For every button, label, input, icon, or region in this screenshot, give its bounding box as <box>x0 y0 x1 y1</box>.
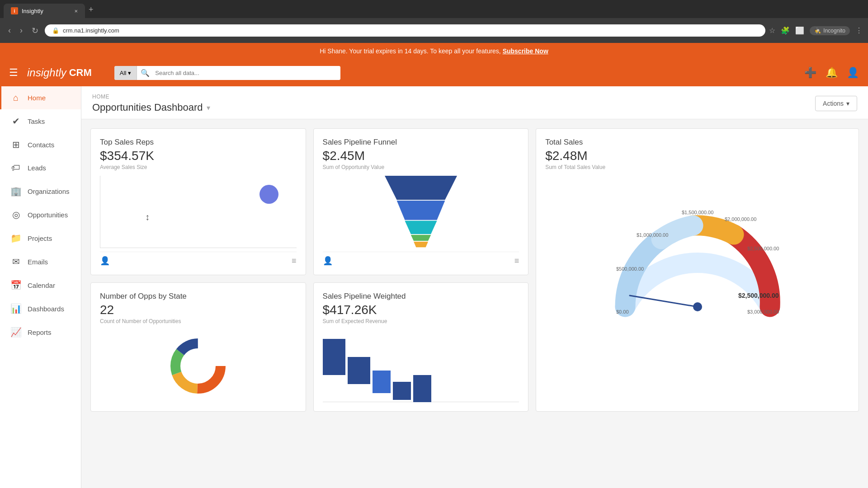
sidebar-item-organizations[interactable]: 🏢 Organizations <box>0 179 81 203</box>
funnel-list-icon[interactable]: ≡ <box>514 256 519 266</box>
gauge-svg: $0.00 $500,000.00 $1,000,000.00 $1,500,0… <box>603 176 793 329</box>
hamburger-button[interactable]: ☰ <box>9 67 18 79</box>
sidebar-item-emails[interactable]: ✉ Emails <box>0 250 81 273</box>
sidebar: ⌂ Home ✔ Tasks ⊞ Contacts 🏷 Leads 🏢 Orga… <box>0 86 81 488</box>
subscribe-link[interactable]: Subscribe Now <box>503 47 548 55</box>
tab-close-button[interactable]: × <box>74 8 78 14</box>
search-all-button[interactable]: All ▾ <box>114 66 137 80</box>
page-title-dropdown[interactable]: ▾ <box>207 103 210 112</box>
svg-text:$3,000,000.00: $3,000,000.00 <box>747 309 779 314</box>
opps-by-state-card: Number of Opps by State 22 Count of Numb… <box>90 282 306 412</box>
organizations-icon: 🏢 <box>10 186 21 197</box>
sidebar-item-projects[interactable]: 📁 Projects <box>0 226 81 250</box>
opps-subtitle: Count of Number of Opportunities <box>100 318 297 324</box>
person-icon[interactable]: 👤 <box>100 256 110 266</box>
browser-tabs: i Insightly × + <box>0 0 868 18</box>
sidebar-item-leads[interactable]: 🏷 Leads <box>0 156 81 179</box>
page-title: Opportunities Dashboard <box>92 102 203 113</box>
data-bubble <box>259 185 278 204</box>
top-sales-reps-value: $354.57K <box>100 149 297 163</box>
sidebar-label-opportunities: Opportunities <box>28 211 68 219</box>
sidebar-item-opportunities[interactable]: ◎ Opportunities <box>0 203 81 226</box>
top-sales-reps-chart: ↕ <box>100 176 297 248</box>
projects-icon: 📁 <box>10 233 21 244</box>
profile-icon[interactable]: ⬜ <box>795 26 804 35</box>
active-tab[interactable]: i Insightly × <box>4 4 85 18</box>
sidebar-label-leads: Leads <box>28 164 46 172</box>
actions-button[interactable]: Actions ▾ <box>815 96 857 111</box>
logo-crm: CRM <box>69 67 92 79</box>
funnel-value: $2.45M <box>323 149 519 163</box>
wf-bar-2 <box>348 357 370 384</box>
bookmark-icon[interactable]: ☆ <box>769 26 775 35</box>
new-tab-button[interactable]: + <box>85 1 97 18</box>
main-content: HOME Opportunities Dashboard ▾ Actions ▾… <box>81 86 868 488</box>
search-bar[interactable]: All ▾ 🔍 <box>114 66 340 80</box>
search-icon: 🔍 <box>137 69 150 77</box>
dashboards-icon: 📊 <box>10 303 21 314</box>
emails-icon: ✉ <box>10 256 21 267</box>
funnel-svg <box>380 176 462 248</box>
trial-banner: Hi Shane. Your trial expires in 14 days.… <box>0 43 868 59</box>
svg-marker-4 <box>414 242 428 247</box>
tab-title: Insightly <box>22 8 43 14</box>
wf-bar-4 <box>393 382 411 400</box>
sidebar-item-contacts[interactable]: ⊞ Contacts <box>0 133 81 156</box>
weighted-subtitle: Sum of Expected Revenue <box>323 318 519 324</box>
total-sales-subtitle: Sum of Total Sales Value <box>545 164 849 170</box>
address-bar[interactable]: 🔒 crm.na1.insightly.com <box>45 24 765 37</box>
funnel-footer: 👤 ≡ <box>323 252 519 266</box>
search-all-label: All <box>120 70 126 76</box>
top-sales-reps-subtitle: Average Sales Size <box>100 164 297 170</box>
sidebar-item-calendar[interactable]: 📅 Calendar <box>0 273 81 297</box>
list-icon[interactable]: ≡ <box>292 256 297 266</box>
search-dropdown-icon: ▾ <box>128 70 131 76</box>
header-actions: ➕ 🔔 👤 <box>804 67 859 79</box>
x-axis <box>100 248 297 248</box>
trial-text: Hi Shane. Your trial expires in 14 days.… <box>320 47 501 55</box>
page-header: HOME Opportunities Dashboard ▾ Actions ▾ <box>81 86 868 119</box>
wf-bar-5 <box>413 375 431 402</box>
content-area: ⌂ Home ✔ Tasks ⊞ Contacts 🏷 Leads 🏢 Orga… <box>0 86 868 488</box>
sidebar-label-reports: Reports <box>28 328 52 336</box>
tab-favicon: i <box>11 7 18 14</box>
svg-marker-1 <box>397 201 445 220</box>
app-header: ☰ insightly CRM All ▾ 🔍 ➕ 🔔 👤 <box>0 59 868 86</box>
funnel-chart <box>323 176 519 248</box>
waterfall-chart <box>323 330 519 402</box>
forward-button[interactable]: › <box>17 24 25 37</box>
leads-icon: 🏷 <box>10 163 21 173</box>
notifications-icon[interactable]: 🔔 <box>826 67 838 79</box>
incognito-icon: 🕵 <box>814 28 821 34</box>
breadcrumb: HOME <box>92 94 210 100</box>
svg-point-19 <box>188 356 208 376</box>
svg-point-13 <box>693 302 702 311</box>
calendar-icon: 📅 <box>10 280 21 291</box>
extension-icon[interactable]: 🧩 <box>781 26 790 35</box>
contacts-icon: ⊞ <box>10 139 21 150</box>
refresh-button[interactable]: ↻ <box>29 24 41 38</box>
sidebar-item-tasks[interactable]: ✔ Tasks <box>0 109 81 133</box>
sidebar-item-reports[interactable]: 📈 Reports <box>0 320 81 344</box>
total-sales-title: Total Sales <box>545 138 849 147</box>
back-button[interactable]: ‹ <box>5 24 14 37</box>
funnel-person-icon[interactable]: 👤 <box>323 256 333 266</box>
gauge-chart: $0.00 $500,000.00 $1,000,000.00 $1,500,0… <box>545 176 849 329</box>
svg-marker-0 <box>385 176 457 200</box>
menu-icon[interactable]: ⋮ <box>855 26 863 35</box>
page-title-row: Opportunities Dashboard ▾ <box>92 102 210 113</box>
browser-actions: ☆ 🧩 ⬜ 🕵 Incognito ⋮ <box>769 26 863 35</box>
sidebar-label-organizations: Organizations <box>28 188 70 195</box>
donut-chart <box>100 330 297 402</box>
search-input[interactable] <box>150 66 340 80</box>
sidebar-item-home[interactable]: ⌂ Home <box>0 86 81 109</box>
app: Hi Shane. Your trial expires in 14 days.… <box>0 43 868 488</box>
donut-svg <box>166 334 230 398</box>
browser-controls: ‹ › ↻ 🔒 crm.na1.insightly.com ☆ 🧩 ⬜ 🕵 In… <box>0 18 868 43</box>
sidebar-item-dashboards[interactable]: 📊 Dashboards <box>0 297 81 320</box>
add-button[interactable]: ➕ <box>804 67 816 79</box>
sidebar-label-dashboards: Dashboards <box>28 305 64 313</box>
home-icon: ⌂ <box>10 93 21 103</box>
weighted-value: $417.26K <box>323 303 519 317</box>
user-avatar[interactable]: 👤 <box>847 67 859 79</box>
